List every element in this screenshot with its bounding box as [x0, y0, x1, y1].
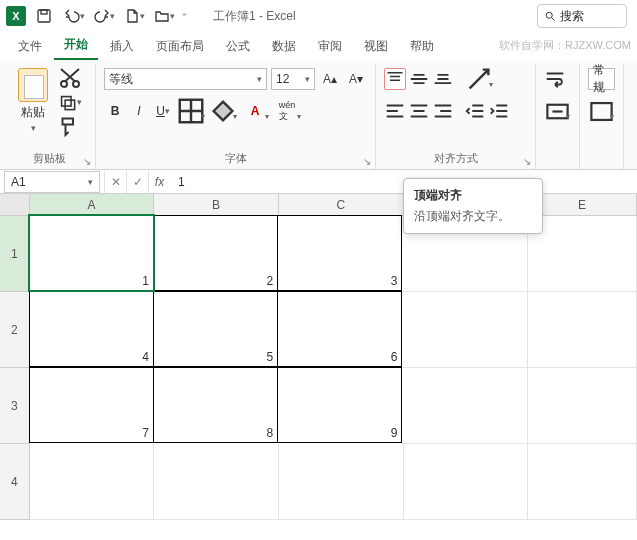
search-icon	[544, 10, 556, 22]
align-middle-button[interactable]	[408, 68, 430, 90]
tab-页面布局[interactable]: 页面布局	[146, 33, 214, 60]
orientation-button[interactable]: ▾	[464, 68, 494, 90]
tab-帮助[interactable]: 帮助	[400, 33, 444, 60]
cell[interactable]: 8	[153, 367, 278, 443]
save-button[interactable]	[32, 4, 56, 28]
tab-审阅[interactable]: 审阅	[308, 33, 352, 60]
tab-数据[interactable]: 数据	[262, 33, 306, 60]
accounting-button[interactable]: ▾	[588, 100, 615, 122]
cell[interactable]: 7	[29, 367, 154, 443]
cancel-formula-button[interactable]: ✕	[104, 171, 126, 193]
group-clipboard: 粘贴 ▾ ▾ 剪贴板 ↘	[4, 64, 96, 169]
increase-indent-button[interactable]	[488, 100, 510, 122]
group-wrap-merge: ▾	[536, 64, 580, 169]
fill-color-button[interactable]: ▾	[208, 100, 238, 122]
cell[interactable]: 3	[277, 215, 402, 291]
cell[interactable]	[279, 444, 404, 520]
undo-button[interactable]: ▾	[62, 4, 86, 28]
cell[interactable]	[402, 292, 527, 368]
svg-point-2	[546, 12, 552, 18]
cut-button[interactable]	[58, 68, 82, 88]
font-name-combo[interactable]: 等线▾	[104, 68, 267, 90]
italic-button[interactable]: I	[128, 100, 150, 122]
cell[interactable]: 4	[29, 291, 154, 367]
tab-视图[interactable]: 视图	[354, 33, 398, 60]
decrease-font-button[interactable]: A▾	[345, 68, 367, 90]
tooltip: 顶端对齐 沿顶端对齐文字。	[403, 178, 543, 234]
name-box[interactable]: A1▾	[4, 171, 100, 193]
clipboard-launcher[interactable]: ↘	[81, 155, 93, 167]
cell[interactable]	[528, 216, 637, 292]
increase-font-button[interactable]: A▴	[319, 68, 341, 90]
search-box[interactable]: 搜索	[537, 4, 627, 28]
cell[interactable]	[404, 444, 529, 520]
watermark: 软件自学网：RJZXW.COM	[499, 38, 631, 53]
merge-button[interactable]: ▾	[544, 100, 571, 122]
cell[interactable]	[154, 444, 279, 520]
align-left-button[interactable]	[384, 100, 406, 122]
font-size-combo[interactable]: 12▾	[271, 68, 315, 90]
row-header[interactable]: 1	[0, 216, 30, 292]
border-button[interactable]: ▾	[176, 100, 206, 122]
tab-公式[interactable]: 公式	[216, 33, 260, 60]
align-launcher[interactable]: ↘	[521, 155, 533, 167]
cell[interactable]: 6	[277, 291, 402, 367]
underline-button[interactable]: U▾	[152, 100, 174, 122]
format-painter-button[interactable]	[58, 116, 82, 136]
cell[interactable]: 5	[153, 291, 278, 367]
col-header-A[interactable]: A	[30, 194, 155, 215]
decrease-indent-button[interactable]	[464, 100, 486, 122]
tooltip-title: 顶端对齐	[414, 187, 532, 204]
paste-icon	[18, 68, 48, 102]
tab-文件[interactable]: 文件	[8, 33, 52, 60]
svg-rect-5	[62, 96, 72, 106]
wrap-text-button[interactable]	[544, 68, 566, 90]
row-header[interactable]: 4	[0, 444, 30, 520]
svg-rect-9	[591, 103, 611, 120]
tooltip-body: 沿顶端对齐文字。	[414, 208, 532, 225]
group-label-font: 字体	[104, 148, 367, 169]
cell[interactable]: 2	[153, 215, 278, 291]
col-header-C[interactable]: C	[279, 194, 404, 215]
cell[interactable]: 1	[29, 215, 154, 291]
align-top-button[interactable]	[384, 68, 406, 90]
tab-插入[interactable]: 插入	[100, 33, 144, 60]
tab-开始[interactable]: 开始	[54, 31, 98, 60]
phonetic-button[interactable]: wén文▾	[272, 100, 302, 122]
paste-label: 粘贴	[21, 104, 45, 121]
qat-overflow[interactable]: ⁼	[182, 11, 187, 21]
group-label-clipboard: 剪贴板	[12, 148, 87, 169]
row-header[interactable]: 3	[0, 368, 30, 444]
title-bar: ▾ ▾ ▾ ▾ ⁼ 工作簿1 - Excel 搜索	[0, 0, 637, 32]
cell[interactable]: 9	[277, 367, 402, 443]
bold-button[interactable]: B	[104, 100, 126, 122]
col-header-E[interactable]: E	[528, 194, 637, 215]
align-right-button[interactable]	[432, 100, 454, 122]
col-header-B[interactable]: B	[154, 194, 279, 215]
redo-button[interactable]: ▾	[92, 4, 116, 28]
worksheet: ABCDE 1123245637894	[0, 194, 637, 520]
ribbon: 粘贴 ▾ ▾ 剪贴板 ↘ 等线▾ 12▾ A▴ A▾ B I U▾ ▾ ▾ A▾…	[0, 60, 637, 170]
select-all-corner[interactable]	[0, 194, 30, 215]
number-format-combo[interactable]: 常规	[588, 68, 615, 90]
cell[interactable]	[30, 444, 155, 520]
cell[interactable]	[528, 444, 637, 520]
group-number: 常规 ▾	[580, 64, 624, 169]
copy-button[interactable]: ▾	[58, 92, 82, 112]
fx-button[interactable]: fx	[148, 171, 170, 193]
cell[interactable]	[528, 292, 637, 368]
svg-rect-0	[38, 10, 50, 22]
cell[interactable]	[402, 368, 527, 444]
cell[interactable]	[528, 368, 637, 444]
paste-button[interactable]: 粘贴 ▾	[12, 66, 54, 148]
new-file-button[interactable]: ▾	[122, 4, 146, 28]
align-bottom-button[interactable]	[432, 68, 454, 90]
font-color-button[interactable]: A▾	[240, 100, 270, 122]
accept-formula-button[interactable]: ✓	[126, 171, 148, 193]
font-launcher[interactable]: ↘	[361, 155, 373, 167]
svg-rect-1	[41, 10, 47, 14]
open-button[interactable]: ▾	[152, 4, 176, 28]
row-header[interactable]: 2	[0, 292, 30, 368]
align-center-button[interactable]	[408, 100, 430, 122]
svg-point-4	[73, 81, 79, 87]
